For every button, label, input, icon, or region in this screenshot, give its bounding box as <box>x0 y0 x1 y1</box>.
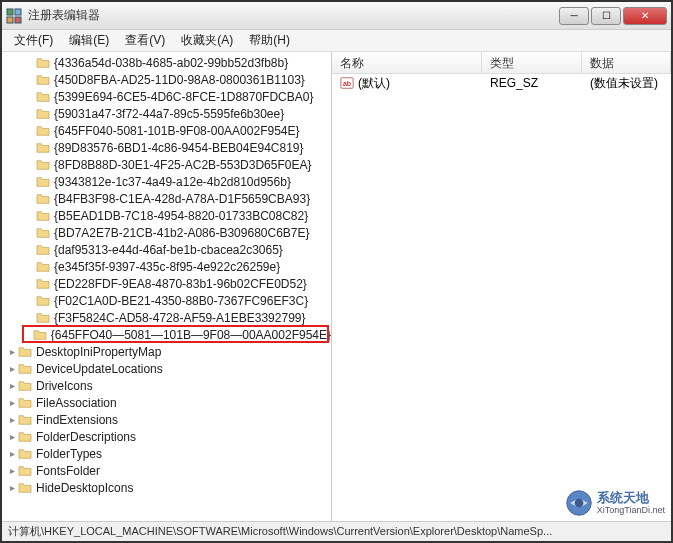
tree-item[interactable]: ▸DeviceUpdateLocations <box>2 360 331 377</box>
tree-expand-icon[interactable]: ▸ <box>8 431 16 442</box>
tree-item-label: FindExtensions <box>36 413 118 427</box>
menu-favorites[interactable]: 收藏夹(A) <box>173 30 241 51</box>
svg-rect-2 <box>7 17 13 23</box>
col-name[interactable]: 名称 <box>332 52 482 73</box>
tree-item[interactable]: {B5EAD1DB-7C18-4954-8820-01733BC08C82} <box>2 207 331 224</box>
tree-expand-icon[interactable]: ▸ <box>8 397 16 408</box>
tree-item-label: DriveIcons <box>36 379 93 393</box>
tree-item[interactable]: {BD7A2E7B-21CB-41b2-A086-B309680C6B7E} <box>2 224 331 241</box>
list-body: ab(默认)REG_SZ(数值未设置) <box>332 74 671 92</box>
tree-item[interactable]: {F02C1A0D-BE21-4350-88B0-7367FC96EF3C} <box>2 292 331 309</box>
tree-item[interactable]: {ED228FDF-9EA8-4870-83b1-96b02CFE0D52} <box>2 275 331 292</box>
tree-expand-icon[interactable]: ▸ <box>8 363 16 374</box>
tree-item[interactable]: ▸FolderDescriptions <box>2 428 331 445</box>
col-type[interactable]: 类型 <box>482 52 582 73</box>
cell-name: ab(默认) <box>332 74 482 93</box>
tree-item[interactable]: ▸DesktopIniPropertyMap <box>2 343 331 360</box>
tree-expand-icon[interactable]: ▸ <box>8 346 16 357</box>
tree-item[interactable]: {89D83576-6BD1-4c86-9454-BEB04E94C819} <box>2 139 331 156</box>
registry-tree: {4336a54d-038b-4685-ab02-99bb52d3fb8b}{4… <box>2 52 331 498</box>
tree-item[interactable]: ▸FileAssociation <box>2 394 331 411</box>
tree-item[interactable]: {B4FB3F98-C1EA-428d-A78A-D1F5659CBA93} <box>2 190 331 207</box>
minimize-button[interactable]: ─ <box>559 7 589 25</box>
tree-item[interactable]: {daf95313-e44d-46af-be1b-cbacea2c3065} <box>2 241 331 258</box>
tree-expand-icon[interactable]: ▸ <box>8 380 16 391</box>
tree-item-label: DesktopIniPropertyMap <box>36 345 161 359</box>
tree-item[interactable]: ▸FindExtensions <box>2 411 331 428</box>
tree-item[interactable]: ▸FolderTypes <box>2 445 331 462</box>
list-header: 名称 类型 数据 <box>332 52 671 74</box>
tree-expand-icon[interactable]: ▸ <box>8 482 16 493</box>
cell-data: (数值未设置) <box>582 74 671 93</box>
tree-item[interactable]: ▸HideDesktopIcons <box>2 479 331 496</box>
tree-item-label: HideDesktopIcons <box>36 481 133 495</box>
svg-text:ab: ab <box>343 80 351 87</box>
tree-item-label: {9343812e-1c37-4a49-a12e-4b2d810d956b} <box>54 175 291 189</box>
menu-edit[interactable]: 编辑(E) <box>61 30 117 51</box>
tree-item[interactable]: {5399E694-6CE5-4D6C-8FCE-1D8870FDCBA0} <box>2 88 331 105</box>
svg-rect-0 <box>7 9 13 15</box>
tree-item[interactable]: {9343812e-1c37-4a49-a12e-4b2d810d956b} <box>2 173 331 190</box>
tree-item[interactable]: {4336a54d-038b-4685-ab02-99bb52d3fb8b} <box>2 54 331 71</box>
tree-item[interactable]: ▸FontsFolder <box>2 462 331 479</box>
app-icon <box>6 8 22 24</box>
tree-item-label: {B4FB3F98-C1EA-428d-A78A-D1F5659CBA93} <box>54 192 310 206</box>
menubar: 文件(F) 编辑(E) 查看(V) 收藏夹(A) 帮助(H) <box>2 30 671 52</box>
tree-item[interactable]: {F3F5824C-AD58-4728-AF59-A1EBE3392799} <box>2 309 331 326</box>
tree-item[interactable]: {e345f35f-9397-435c-8f95-4e922c26259e} <box>2 258 331 275</box>
tree-item-label: {8FD8B88D-30E1-4F25-AC2B-553D3D65F0EA} <box>54 158 311 172</box>
tree-item[interactable]: ▸DriveIcons <box>2 377 331 394</box>
maximize-button[interactable]: ☐ <box>591 7 621 25</box>
tree-item[interactable]: {645FFO40—5081—101B—9F08—00AA002F954E} <box>2 326 331 343</box>
tree-item-label: {89D83576-6BD1-4c86-9454-BEB04E94C819} <box>54 141 304 155</box>
col-data[interactable]: 数据 <box>582 52 671 73</box>
content-area: {4336a54d-038b-4685-ab02-99bb52d3fb8b}{4… <box>2 52 671 521</box>
tree-item[interactable]: {645FF040-5081-101B-9F08-00AA002F954E} <box>2 122 331 139</box>
menu-file[interactable]: 文件(F) <box>6 30 61 51</box>
tree-item-label: {ED228FDF-9EA8-4870-83b1-96b02CFE0D52} <box>54 277 307 291</box>
tree-item-label: {F3F5824C-AD58-4728-AF59-A1EBE3392799} <box>54 311 306 325</box>
tree-item[interactable]: {59031a47-3f72-44a7-89c5-5595fe6b30ee} <box>2 105 331 122</box>
window-title: 注册表编辑器 <box>28 7 559 24</box>
cell-type: REG_SZ <box>482 75 582 91</box>
tree-item-label: {59031a47-3f72-44a7-89c5-5595fe6b30ee} <box>54 107 284 121</box>
tree-item[interactable]: {8FD8B88D-30E1-4F25-AC2B-553D3D65F0EA} <box>2 156 331 173</box>
window-controls: ─ ☐ ✕ <box>559 7 667 25</box>
menu-view[interactable]: 查看(V) <box>117 30 173 51</box>
list-row[interactable]: ab(默认)REG_SZ(数值未设置) <box>332 74 671 92</box>
tree-item-label: {645FFO40—5081—101B—9F08—00AA002F954E} <box>51 328 331 342</box>
list-pane[interactable]: 名称 类型 数据 ab(默认)REG_SZ(数值未设置) <box>332 52 671 521</box>
titlebar: 注册表编辑器 ─ ☐ ✕ <box>2 2 671 30</box>
tree-expand-icon[interactable]: ▸ <box>8 465 16 476</box>
tree-pane[interactable]: {4336a54d-038b-4685-ab02-99bb52d3fb8b}{4… <box>2 52 332 521</box>
tree-item-label: FontsFolder <box>36 464 100 478</box>
tree-item-label: {450D8FBA-AD25-11D0-98A8-0800361B1103} <box>54 73 305 87</box>
tree-item-label: {645FF040-5081-101B-9F08-00AA002F954E} <box>54 124 300 138</box>
menu-help[interactable]: 帮助(H) <box>241 30 298 51</box>
statusbar: 计算机\HKEY_LOCAL_MACHINE\SOFTWARE\Microsof… <box>2 521 671 541</box>
svg-rect-3 <box>15 17 21 23</box>
tree-expand-icon[interactable]: ▸ <box>8 414 16 425</box>
tree-item-label: {5399E694-6CE5-4D6C-8FCE-1D8870FDCBA0} <box>54 90 313 104</box>
tree-item[interactable]: {450D8FBA-AD25-11D0-98A8-0800361B1103} <box>2 71 331 88</box>
tree-item-label: FolderTypes <box>36 447 102 461</box>
svg-rect-1 <box>15 9 21 15</box>
tree-item-label: FileAssociation <box>36 396 117 410</box>
tree-item-label: {e345f35f-9397-435c-8f95-4e922c26259e} <box>54 260 280 274</box>
tree-item-label: {4336a54d-038b-4685-ab02-99bb52d3fb8b} <box>54 56 288 70</box>
tree-item-label: FolderDescriptions <box>36 430 136 444</box>
close-button[interactable]: ✕ <box>623 7 667 25</box>
tree-item-label: {F02C1A0D-BE21-4350-88B0-7367FC96EF3C} <box>54 294 308 308</box>
tree-expand-icon[interactable]: ▸ <box>8 448 16 459</box>
tree-item-label: {B5EAD1DB-7C18-4954-8820-01733BC08C82} <box>54 209 308 223</box>
tree-item-label: {BD7A2E7B-21CB-41b2-A086-B309680C6B7E} <box>54 226 310 240</box>
tree-item-label: DeviceUpdateLocations <box>36 362 163 376</box>
tree-item-label: {daf95313-e44d-46af-be1b-cbacea2c3065} <box>54 243 283 257</box>
